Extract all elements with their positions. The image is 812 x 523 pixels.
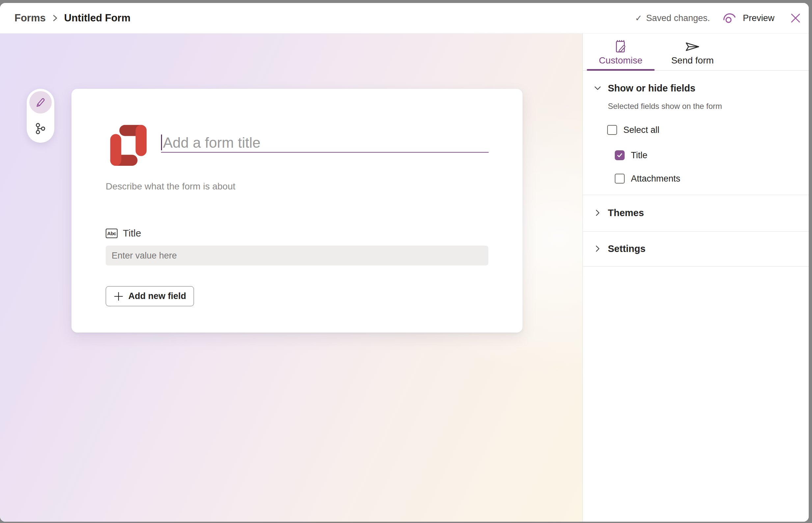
flow-branch-icon bbox=[34, 122, 47, 135]
check-icon: ✓ bbox=[635, 14, 642, 22]
send-icon bbox=[685, 39, 700, 55]
app-window: Forms Untitled Form ✓ Saved changes. Pre… bbox=[0, 3, 809, 522]
settings-title: Settings bbox=[608, 244, 645, 254]
customise-panel: Customise Send form Show or hide fields … bbox=[583, 34, 809, 522]
form-editor-canvas: Add a form title Describe what the form … bbox=[0, 34, 583, 522]
rules-flow-button[interactable] bbox=[29, 118, 52, 140]
breadcrumb-current-form: Untitled Form bbox=[64, 12, 131, 24]
select-all-label: Select all bbox=[623, 125, 659, 135]
tab-customise-label: Customise bbox=[599, 55, 642, 66]
close-button[interactable] bbox=[788, 11, 803, 25]
checkbox-row-attachments[interactable]: Attachments bbox=[615, 173, 680, 184]
add-new-field-label: Add new field bbox=[128, 291, 186, 301]
active-tab-indicator bbox=[587, 69, 655, 71]
chevron-right-icon bbox=[593, 208, 603, 217]
form-card: Add a form title Describe what the form … bbox=[71, 89, 522, 332]
divider bbox=[583, 195, 809, 195]
form-description-input[interactable]: Describe what the form is about bbox=[106, 181, 236, 192]
title-value-input[interactable]: Enter value here bbox=[106, 246, 488, 266]
section-title: Show or hide fields bbox=[608, 83, 695, 94]
divider bbox=[583, 231, 809, 232]
breadcrumb-forms-link[interactable]: Forms bbox=[15, 12, 46, 24]
edit-form-icon bbox=[614, 39, 627, 55]
close-icon bbox=[790, 13, 801, 23]
save-status: ✓ Saved changes. bbox=[635, 13, 710, 23]
edit-mode-button[interactable] bbox=[29, 91, 52, 113]
section-settings[interactable]: Settings bbox=[583, 242, 809, 255]
form-title-input[interactable]: Add a form title bbox=[161, 133, 489, 152]
text-field-type-icon: Abc bbox=[106, 229, 118, 238]
tab-customise[interactable]: Customise bbox=[585, 34, 657, 71]
floating-toolbar bbox=[27, 89, 54, 143]
header-actions: ✓ Saved changes. Preview bbox=[635, 11, 803, 25]
preview-button[interactable]: Preview bbox=[723, 13, 775, 23]
attachments-checkbox[interactable] bbox=[615, 174, 625, 183]
attachments-field-label: Attachments bbox=[631, 174, 680, 184]
tab-send-form-label: Send form bbox=[671, 55, 713, 66]
breadcrumb: Forms Untitled Form bbox=[15, 12, 131, 24]
checkbox-row-select-all[interactable]: Select all bbox=[607, 125, 659, 135]
title-checkbox[interactable] bbox=[615, 150, 625, 160]
chevron-right-icon bbox=[593, 244, 603, 253]
panel-tabs: Customise Send form bbox=[583, 34, 809, 71]
preview-label: Preview bbox=[743, 13, 775, 23]
form-title-placeholder: Add a form title bbox=[163, 135, 260, 150]
add-new-field-button[interactable]: Add new field bbox=[106, 286, 194, 306]
divider bbox=[583, 266, 809, 267]
tab-send-form[interactable]: Send form bbox=[657, 34, 728, 71]
section-subtitle: Selected fields show on the form bbox=[608, 102, 722, 111]
title-field-label: Title bbox=[631, 150, 647, 161]
field-label: Title bbox=[123, 228, 141, 239]
pencil-icon bbox=[35, 96, 47, 108]
field-header: Abc Title bbox=[106, 228, 141, 239]
breadcrumb-chevron-icon bbox=[52, 13, 58, 23]
preview-eye-icon bbox=[723, 13, 738, 23]
section-show-hide-fields[interactable]: Show or hide fields bbox=[583, 82, 809, 95]
save-status-text: Saved changes. bbox=[646, 13, 710, 23]
text-cursor bbox=[161, 134, 162, 150]
themes-title: Themes bbox=[608, 208, 644, 218]
top-bar: Forms Untitled Form ✓ Saved changes. Pre… bbox=[0, 3, 809, 34]
select-all-checkbox[interactable] bbox=[607, 125, 617, 135]
checkmark-icon bbox=[617, 152, 623, 159]
chevron-down-icon bbox=[593, 84, 603, 93]
form-logo bbox=[106, 122, 151, 168]
checkbox-row-title[interactable]: Title bbox=[615, 150, 647, 161]
plus-icon bbox=[114, 291, 123, 301]
section-themes[interactable]: Themes bbox=[583, 206, 809, 219]
